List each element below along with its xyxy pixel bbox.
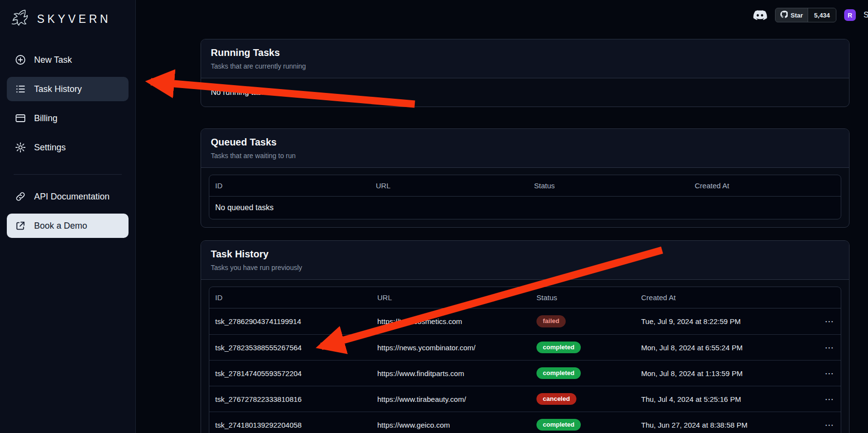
sidebar-item-label: Settings <box>34 143 66 153</box>
table-header-row: ID URL Status Created At <box>209 175 841 197</box>
status-badge: completed <box>536 367 581 379</box>
running-tasks-card: Running Tasks Tasks that are currently r… <box>201 39 850 107</box>
sidebar-nav: New Task Task History Billing Settings <box>0 35 135 238</box>
task-created-at: Thu, Jul 4, 2024 at 5:25:16 PM <box>635 391 802 407</box>
card-title: Queued Tasks <box>211 137 839 148</box>
task-history-header: Task History Tasks you have run previous… <box>201 241 849 280</box>
github-star-count: 5,434 <box>808 8 836 22</box>
task-url: https://tartecosmetics.com <box>371 313 531 329</box>
row-actions-button[interactable]: ⋯ <box>802 415 841 433</box>
sidebar-item-label: API Documentation <box>34 192 110 202</box>
brand-name: SKYVERN <box>37 13 111 26</box>
status-badge: canceled <box>536 393 576 405</box>
task-url: https://news.ycombinator.com/ <box>371 340 531 356</box>
link-icon <box>15 191 26 202</box>
status-badge: failed <box>536 315 566 327</box>
table-row[interactable]: tsk_274180139292204058 https://www.geico… <box>209 412 841 433</box>
queued-tasks-header: Queued Tasks Tasks that are waiting to r… <box>201 129 849 168</box>
sidebar-item-task-history[interactable]: Task History <box>7 77 129 101</box>
task-history-card: Task History Tasks you have run previous… <box>201 240 850 433</box>
topbar: Star 5,434 R S <box>753 8 868 22</box>
status-badge: completed <box>536 419 581 431</box>
sidebar-item-book-a-demo[interactable]: Book a Demo <box>7 214 129 238</box>
task-url: https://www.finditparts.com <box>371 365 531 381</box>
task-created-at: Thu, Jun 27, 2024 at 8:38:58 PM <box>635 417 802 433</box>
skyvern-dragon-logo-icon <box>9 8 31 30</box>
brand-logo[interactable]: SKYVERN <box>0 0 135 35</box>
sidebar-item-label: Task History <box>34 84 82 94</box>
task-id: tsk_274180139292204058 <box>209 417 371 433</box>
table-row[interactable]: tsk_276727822333810816 https://www.tirab… <box>209 386 841 412</box>
task-id: tsk_278629043741199914 <box>209 313 371 329</box>
table-row[interactable]: tsk_278235388555267564 https://news.ycom… <box>209 334 841 360</box>
sidebar-item-label: Billing <box>34 113 57 124</box>
row-actions-button[interactable]: ⋯ <box>802 390 841 409</box>
running-tasks-header: Running Tasks Tasks that are currently r… <box>201 39 849 78</box>
sidebar-item-settings[interactable]: Settings <box>7 135 129 160</box>
task-id: tsk_276727822333810816 <box>209 391 371 407</box>
column-header-status: Status <box>528 175 689 196</box>
column-header-id: ID <box>209 175 370 196</box>
sidebar: SKYVERN New Task Task History Billing S <box>0 0 136 433</box>
row-actions-button[interactable]: ⋯ <box>802 364 841 383</box>
table-row[interactable]: tsk_278147405593572204 https://www.findi… <box>209 360 841 386</box>
task-url: https://www.geico.com <box>371 417 531 433</box>
list-icon <box>15 83 26 95</box>
task-created-at: Tue, Jul 9, 2024 at 8:22:59 PM <box>635 313 802 329</box>
gear-icon <box>15 142 26 153</box>
sidebar-item-new-task[interactable]: New Task <box>7 48 129 72</box>
sidebar-item-billing[interactable]: Billing <box>7 106 129 130</box>
card-title: Task History <box>211 249 839 260</box>
sidebar-item-label: Book a Demo <box>34 221 87 231</box>
github-star-label: Star <box>791 12 803 19</box>
table-row[interactable]: tsk_278629043741199914 https://tartecosm… <box>209 308 841 334</box>
user-avatar[interactable]: R <box>844 9 856 21</box>
user-name-cutoff: S <box>864 11 868 19</box>
column-header-url: URL <box>371 287 531 308</box>
running-tasks-empty-message: No running tasks <box>201 78 849 107</box>
card-subtitle: Tasks that are waiting to run <box>211 152 839 160</box>
plus-circle-icon <box>15 54 26 66</box>
queued-tasks-card: Queued Tasks Tasks that are waiting to r… <box>201 128 850 228</box>
task-created-at: Mon, Jul 8, 2024 at 6:55:24 PM <box>635 340 802 356</box>
queued-tasks-table: ID URL Status Created At No queued tasks <box>209 175 841 219</box>
column-header-actions <box>802 291 841 304</box>
discord-icon[interactable] <box>753 9 767 21</box>
github-icon <box>780 11 788 19</box>
column-header-created-at: Created At <box>635 287 802 308</box>
task-created-at: Mon, Jul 8, 2024 at 1:13:59 PM <box>635 365 802 381</box>
github-star-button[interactable]: Star 5,434 <box>775 8 836 22</box>
external-link-icon <box>15 220 26 232</box>
table-header-row: ID URL Status Created At <box>209 287 841 308</box>
column-header-created-at: Created At <box>689 175 841 196</box>
sidebar-item-api-documentation[interactable]: API Documentation <box>7 184 129 209</box>
credit-card-icon <box>15 112 26 124</box>
card-subtitle: Tasks that are currently running <box>211 62 839 70</box>
task-id: tsk_278147405593572204 <box>209 365 371 381</box>
task-url: https://www.tirabeauty.com/ <box>371 391 531 407</box>
card-subtitle: Tasks you have run previously <box>211 264 839 271</box>
row-actions-button[interactable]: ⋯ <box>802 312 841 331</box>
sidebar-item-label: New Task <box>34 55 72 65</box>
card-title: Running Tasks <box>211 47 839 58</box>
column-header-status: Status <box>531 287 635 308</box>
row-actions-button[interactable]: ⋯ <box>802 338 841 357</box>
sidebar-divider <box>14 174 122 175</box>
task-id: tsk_278235388555267564 <box>209 340 371 356</box>
column-header-id: ID <box>209 287 371 308</box>
queued-tasks-empty-message: No queued tasks <box>209 197 841 219</box>
task-history-table: ID URL Status Created At tsk_27862904374… <box>209 287 841 433</box>
column-header-url: URL <box>370 175 528 196</box>
status-badge: completed <box>536 342 581 353</box>
